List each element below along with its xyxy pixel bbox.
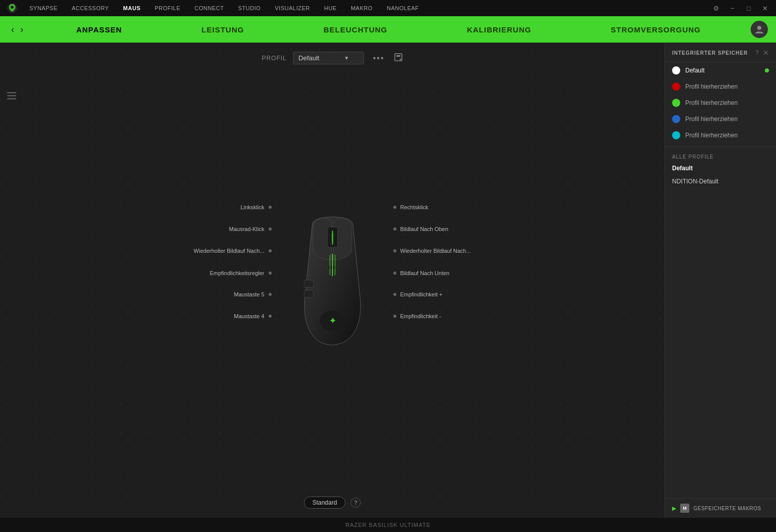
nav-studio[interactable]: STUDIO [231,0,268,16]
profile-name-ndition-default[interactable]: NDITION-Default [665,175,776,188]
integrated-memory-title: INTEGRIERTER SPEICHER [672,50,748,56]
svg-point-2 [757,26,761,30]
close-button[interactable]: ✕ [758,1,772,15]
button-label-bildlauf-unten[interactable]: Bildlauf Nach Unten [393,270,450,276]
panel-help-icon[interactable]: ? [755,49,759,56]
tab-kalibrierung[interactable]: KALIBRIERUNG [463,23,535,36]
button-label-empfindlichkeit-minus[interactable]: Empfindlichkeit - [393,313,441,319]
nav-profile[interactable]: PROFILE [147,0,188,16]
dot-rechtsklick [393,206,396,209]
nav-synapse[interactable]: SYNAPSE [22,0,64,16]
button-label-wiederholter-left[interactable]: Wiederholter Bildlauf Nach... [194,248,271,254]
dot-bildlauf-oben [393,227,396,231]
dot-maustaste4 [269,315,272,318]
svg-point-1 [11,6,14,9]
nav-visualizer[interactable]: VISUALIZER [268,0,317,16]
macros-icon: M [680,504,689,513]
mouse-diagram: Linksklick Mausrad-Klick Wiederholter Bi… [0,70,664,490]
panel-header-icons: ? ✕ [755,49,769,57]
profile-slot-blue[interactable]: Profil hierherziehen [665,111,776,127]
titlebar-nav: SYNAPSE ACCESSORY MAUS PROFILE CONNECT S… [22,0,709,16]
button-label-empfindlichkeit-plus[interactable]: Empfindlichkeit + [393,291,442,297]
slot-color-cyan [672,131,680,139]
profile-slot-green[interactable]: Profil hierherziehen [665,95,776,111]
slot-color-green [672,99,680,107]
subnav-tabs: ANPASSEN LEISTUNG BELEUCHTUNG KALIBRIERU… [26,23,751,36]
button-label-rechtsklick[interactable]: Rechtsklick [393,204,429,210]
nav-nanoleaf[interactable]: NANOLEAF [380,0,426,16]
panel-divider [665,146,776,147]
dropdown-arrow-icon: ▼ [344,55,349,61]
profile-label: PROFIL [262,55,286,62]
dot-empfindlichkeitsregler [269,272,272,275]
dot-wiederholter-left [269,249,272,252]
slot-label-blue: Profil hierherziehen [685,116,737,123]
tab-stromversorgung[interactable]: STROMVERSORGUNG [607,23,705,36]
nav-accessory[interactable]: ACCESSORY [64,0,116,16]
user-avatar[interactable] [751,21,768,38]
app-logo [4,0,20,16]
forward-arrow[interactable]: › [17,24,26,35]
svg-rect-4 [396,55,400,57]
settings-button[interactable]: ⚙ [709,1,723,15]
profile-slot-default[interactable]: Default [665,62,776,79]
button-label-linksklick[interactable]: Linksklick [240,204,271,210]
storage-icon[interactable] [394,53,403,64]
standard-button[interactable]: Standard [304,497,346,509]
button-label-maustaste5[interactable]: Maustaste 5 [234,291,272,297]
content-area: PROFIL Default ▼ ••• Linksklick [0,43,664,518]
tab-leistung[interactable]: LEISTUNG [198,23,248,36]
macros-expand-arrow: ▶ [672,505,676,512]
minimize-button[interactable]: − [725,1,740,15]
profile-slot-red[interactable]: Profil hierherziehen [665,79,776,95]
nav-connect[interactable]: CONNECT [188,0,231,16]
all-profiles-section-label: ALLE PROFILE [665,150,776,162]
profile-more-button[interactable]: ••• [370,53,388,64]
slot-label-green: Profil hierherziehen [685,99,737,106]
dot-bildlauf-unten [393,272,396,275]
svg-point-5 [399,58,401,60]
bottom-controls: Standard ? [304,497,361,509]
dot-maustaste5 [269,293,272,296]
saved-macros-section[interactable]: ▶ M GESPEICHERTE MAKROS [665,498,776,518]
slot-color-red [672,83,680,91]
subnav: ‹ › ANPASSEN LEISTUNG BELEUCHTUNG KALIBR… [0,16,776,43]
macros-label: GESPEICHERTE MAKROS [693,506,761,511]
nav-maus[interactable]: MAUS [116,0,147,16]
help-button[interactable]: ? [351,498,361,508]
profile-bar: PROFIL Default ▼ ••• [0,43,664,70]
main-area: PROFIL Default ▼ ••• Linksklick [0,43,776,518]
button-label-maustaste4[interactable]: Maustaste 4 [234,313,272,319]
dot-linksklick [269,206,272,209]
profile-dropdown[interactable]: Default ▼ [293,52,364,64]
dot-mausrad-klick [269,227,272,231]
tab-beleuchtung[interactable]: BELEUCHTUNG [319,23,391,36]
slot-label-default: Default [685,67,705,74]
svg-text:✦: ✦ [328,316,336,326]
device-name: RAZER BASILISK ULTIMATE [345,522,430,528]
dot-empfindlichkeit-plus [393,293,396,296]
window-controls: ⚙ − □ ✕ [709,1,772,15]
slot-active-indicator [765,68,769,72]
profile-selected-value: Default [299,54,319,62]
slot-label-red: Profil hierherziehen [685,83,737,90]
panel-close-icon[interactable]: ✕ [763,49,769,57]
button-label-mausrad-klick[interactable]: Mausrad-Klick [229,226,272,232]
dot-empfindlichkeit-minus [393,315,396,318]
nav-makro[interactable]: MAKRO [344,0,380,16]
right-panel: INTEGRIERTER SPEICHER ? ✕ Default Profil… [664,43,776,518]
slot-color-blue [672,115,680,123]
dot-wiederholter-right [393,249,396,252]
button-label-bildlauf-oben[interactable]: Bildlauf Nach Oben [393,226,449,232]
button-label-wiederholter-right[interactable]: Wiederholter Bildlauf Nach... [393,248,471,254]
right-panel-header: INTEGRIERTER SPEICHER ? ✕ [665,43,776,62]
profile-slot-cyan[interactable]: Profil hierherziehen [665,127,776,143]
slot-color-default [672,66,680,74]
maximize-button[interactable]: □ [742,1,756,15]
slot-label-cyan: Profil hierherziehen [685,132,737,139]
tab-anpassen[interactable]: ANPASSEN [72,23,126,36]
back-arrow[interactable]: ‹ [8,24,17,35]
button-label-empfindlichkeitsregler[interactable]: Empfindlichkeitsregler [210,270,272,276]
profile-name-default[interactable]: Default [665,162,776,175]
nav-hue[interactable]: HUE [317,0,344,16]
